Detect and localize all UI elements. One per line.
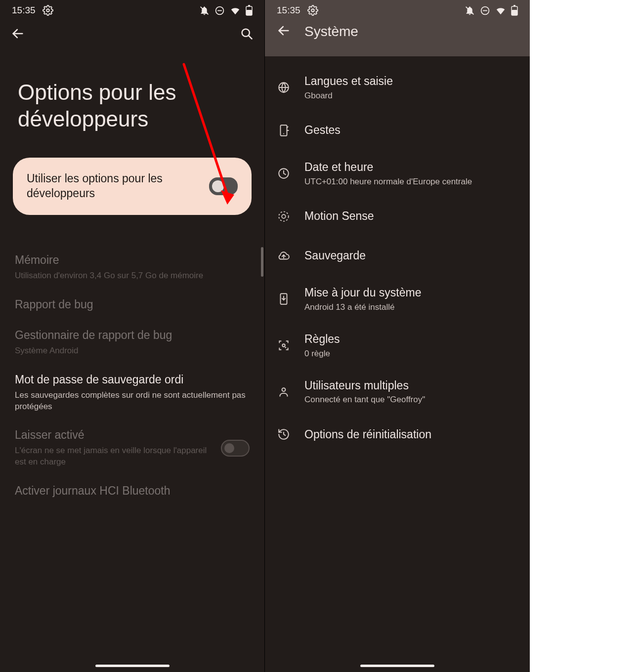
list-item-gestures[interactable]: Gestes [265,111,530,150]
users-icon [277,382,291,402]
battery-icon [511,5,518,16]
update-icon [277,289,291,309]
dnd-icon [214,5,225,16]
list-item-bug-report-handler[interactable]: Gestionnaire de rapport de bug Système A… [0,321,264,365]
svg-point-12 [311,9,314,12]
list-item-date-time[interactable]: Date et heure UTC+01:00 heure normale d'… [265,150,530,197]
navigation-pill[interactable] [360,665,434,667]
item-subtitle: Gboard [304,91,518,101]
item-subtitle: L'écran ne se met jamais en veille lorsq… [15,445,215,468]
list-item-motion-sense[interactable]: Motion Sense [265,197,530,236]
phone-developer-options: 15:35 Options pour les [0,0,265,672]
svg-line-9 [249,36,252,39]
svg-point-25 [279,211,289,221]
top-bar: Système [276,18,519,47]
status-time: 15:35 [12,5,36,16]
list-item-rules[interactable]: Règles 0 règle [265,322,530,369]
item-title: Règles [304,332,518,347]
master-toggle-label: Utiliser les options pour les développeu… [27,171,200,201]
gestures-icon [277,121,291,140]
item-title: Gestionnaire de rapport de bug [15,328,250,343]
list-item-bug-report[interactable]: Rapport de bug [0,290,264,321]
item-subtitle: Android 13 a été installé [304,302,518,312]
item-subtitle: Système Android [15,345,250,357]
cloud-up-icon [277,246,291,266]
status-bar: 15:35 [0,0,264,18]
item-title: Sauvegarde [304,249,518,263]
globe-icon [277,78,291,97]
settings-list: Mémoire Utilisation d'environ 3,4 Go sur… [0,224,264,507]
svg-rect-18 [513,5,515,6]
svg-rect-5 [246,10,252,15]
dnd-icon [480,5,490,16]
item-title: Utilisateurs multiples [304,378,518,393]
stay-awake-switch[interactable] [221,440,250,457]
item-title: Date et heure [304,160,518,175]
page-title: Système [304,24,358,40]
phone-system-settings: 15:35 [265,0,530,672]
svg-point-31 [285,347,286,348]
status-bar: 15:35 [276,0,519,18]
svg-rect-17 [512,10,517,15]
rules-icon [277,336,291,355]
svg-point-30 [282,344,285,346]
item-title: Activer journaux HCI Bluetooth [15,484,250,499]
item-title: Mémoire [15,253,250,268]
page-title: Options pour les développeurs [0,42,264,158]
item-title: Rapport de bug [15,297,250,312]
item-title: Motion Sense [304,209,518,224]
bell-off-icon [465,5,475,16]
wifi-icon [230,5,241,16]
item-title: Laisser activé [15,428,215,443]
list-item-multiple-users[interactable]: Utilisateurs multiples Connecté en tant … [265,369,530,415]
svg-rect-6 [248,5,250,6]
battery-icon [246,5,253,16]
reset-icon [277,424,291,444]
item-subtitle: Connecté en tant que "Geoffroy" [304,395,518,405]
developer-options-master-toggle-card[interactable]: Utiliser les options pour les développeu… [13,158,252,215]
item-title: Mot de passe de sauvegarde ordi [15,373,250,387]
bell-off-icon [199,5,210,16]
search-button[interactable] [240,27,254,42]
list-item-hci-bluetooth[interactable]: Activer journaux HCI Bluetooth [0,476,264,507]
item-subtitle: Utilisation d'environ 3,4 Go sur 5,7 Go … [15,270,250,282]
navigation-pill[interactable] [95,665,170,667]
list-item-reset-options[interactable]: Options de réinitialisation [265,415,530,454]
item-subtitle: 0 règle [304,349,518,359]
clock-icon [277,164,291,183]
svg-point-0 [46,9,49,12]
list-item-stay-awake[interactable]: Laisser activé L'écran ne se met jamais … [0,420,264,476]
list-item-system-update[interactable]: Mise à jour du système Android 13 a été … [265,276,530,322]
item-title: Mise à jour du système [304,286,518,300]
list-item-languages[interactable]: Langues et saisie Gboard [265,64,530,111]
item-title: Langues et saisie [304,74,518,89]
list-item-backup[interactable]: Sauvegarde [265,236,530,276]
list-item-memory[interactable]: Mémoire Utilisation d'environ 3,4 Go sur… [0,246,264,290]
wifi-icon [495,5,506,16]
back-button[interactable] [11,27,25,42]
settings-icon [43,5,53,16]
item-title: Options de réinitialisation [304,427,518,442]
list-item-backup-password[interactable]: Mot de passe de sauvegarde ordi Les sauv… [0,365,264,421]
item-subtitle: UTC+01:00 heure normale d'Europe central… [304,177,518,187]
settings-icon [307,5,318,16]
svg-point-32 [282,388,286,391]
master-toggle-switch[interactable] [209,177,238,195]
svg-point-26 [282,214,286,218]
motion-icon [277,207,291,226]
system-settings-list: Langues et saisie Gboard Gestes Date et … [265,56,530,462]
svg-rect-22 [281,125,287,136]
status-time: 15:35 [277,5,300,16]
item-title: Gestes [304,123,518,138]
back-button[interactable] [277,24,291,40]
top-bar [0,18,264,42]
item-subtitle: Les sauvegardes complètes sur ordi ne so… [15,390,250,413]
